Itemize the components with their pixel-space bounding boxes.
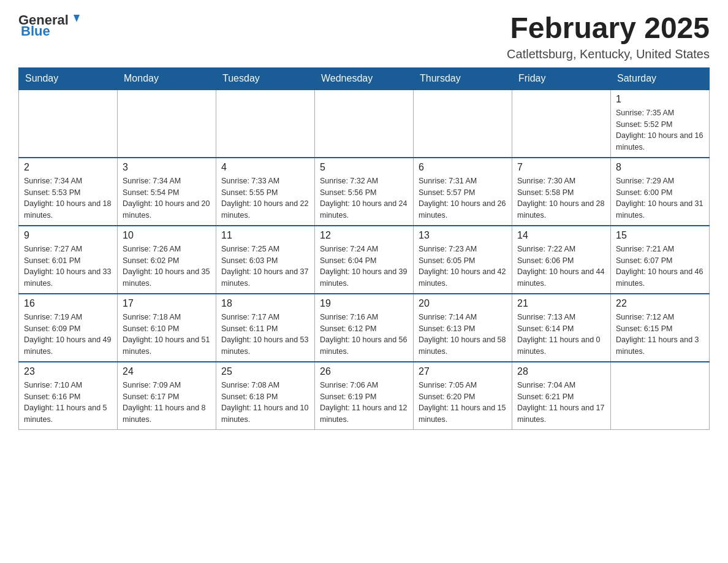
calendar-cell: 6Sunrise: 7:31 AMSunset: 5:57 PMDaylight… [414, 158, 512, 226]
calendar-cell: 26Sunrise: 7:06 AMSunset: 6:19 PMDayligh… [315, 362, 414, 430]
calendar-cell: 3Sunrise: 7:34 AMSunset: 5:54 PMDaylight… [118, 158, 216, 226]
day-number: 11 [221, 230, 309, 241]
day-number: 12 [320, 230, 408, 241]
day-info: Sunrise: 7:23 AMSunset: 6:05 PMDaylight:… [419, 243, 507, 289]
day-number: 27 [419, 366, 507, 377]
calendar-cell: 21Sunrise: 7:13 AMSunset: 6:14 PMDayligh… [512, 294, 611, 362]
day-number: 25 [221, 366, 309, 377]
calendar-cell: 24Sunrise: 7:09 AMSunset: 6:17 PMDayligh… [118, 362, 216, 430]
weekday-header-thursday: Thursday [414, 67, 512, 90]
day-info: Sunrise: 7:17 AMSunset: 6:11 PMDaylight:… [221, 312, 309, 358]
day-number: 15 [616, 230, 704, 241]
day-number: 13 [419, 230, 507, 241]
weekday-header-sunday: Sunday [19, 67, 118, 90]
calendar-cell: 4Sunrise: 7:33 AMSunset: 5:55 PMDaylight… [216, 158, 315, 226]
day-info: Sunrise: 7:27 AMSunset: 6:01 PMDaylight:… [24, 243, 112, 289]
day-number: 1 [616, 94, 704, 105]
calendar-cell: 22Sunrise: 7:12 AMSunset: 6:15 PMDayligh… [611, 294, 710, 362]
svg-marker-0 [74, 15, 80, 22]
day-info: Sunrise: 7:34 AMSunset: 5:53 PMDaylight:… [24, 175, 112, 221]
day-info: Sunrise: 7:14 AMSunset: 6:13 PMDaylight:… [419, 312, 507, 358]
day-number: 17 [123, 298, 211, 309]
calendar-cell: 25Sunrise: 7:08 AMSunset: 6:18 PMDayligh… [216, 362, 315, 430]
day-number: 7 [517, 162, 605, 173]
day-info: Sunrise: 7:35 AMSunset: 5:52 PMDaylight:… [616, 107, 704, 153]
day-number: 23 [24, 366, 112, 377]
day-info: Sunrise: 7:08 AMSunset: 6:18 PMDaylight:… [221, 380, 309, 426]
day-number: 8 [616, 162, 704, 173]
day-number: 2 [24, 162, 112, 173]
day-info: Sunrise: 7:10 AMSunset: 6:16 PMDaylight:… [24, 380, 112, 426]
calendar-cell: 12Sunrise: 7:24 AMSunset: 6:04 PMDayligh… [315, 226, 414, 294]
calendar-cell [611, 362, 710, 430]
month-title: February 2025 [507, 12, 710, 45]
calendar-cell: 27Sunrise: 7:05 AMSunset: 6:20 PMDayligh… [414, 362, 512, 430]
day-number: 20 [419, 298, 507, 309]
day-number: 24 [123, 366, 211, 377]
calendar-cell [19, 90, 118, 158]
day-info: Sunrise: 7:19 AMSunset: 6:09 PMDaylight:… [24, 312, 112, 358]
day-number: 6 [419, 162, 507, 173]
day-info: Sunrise: 7:25 AMSunset: 6:03 PMDaylight:… [221, 243, 309, 289]
day-info: Sunrise: 7:05 AMSunset: 6:20 PMDaylight:… [419, 380, 507, 426]
calendar-cell: 20Sunrise: 7:14 AMSunset: 6:13 PMDayligh… [414, 294, 512, 362]
day-number: 14 [517, 230, 605, 241]
day-info: Sunrise: 7:12 AMSunset: 6:15 PMDaylight:… [616, 312, 704, 358]
calendar-cell [414, 90, 512, 158]
day-info: Sunrise: 7:31 AMSunset: 5:57 PMDaylight:… [419, 175, 507, 221]
logo-text-blue: Blue [21, 23, 50, 39]
day-info: Sunrise: 7:32 AMSunset: 5:56 PMDaylight:… [320, 175, 408, 221]
day-number: 28 [517, 366, 605, 377]
day-number: 5 [320, 162, 408, 173]
calendar-cell: 10Sunrise: 7:26 AMSunset: 6:02 PMDayligh… [118, 226, 216, 294]
day-number: 22 [616, 298, 704, 309]
day-number: 4 [221, 162, 309, 173]
day-number: 9 [24, 230, 112, 241]
calendar-cell: 28Sunrise: 7:04 AMSunset: 6:21 PMDayligh… [512, 362, 611, 430]
calendar-table: SundayMondayTuesdayWednesdayThursdayFrid… [18, 67, 710, 430]
calendar-cell: 7Sunrise: 7:30 AMSunset: 5:58 PMDaylight… [512, 158, 611, 226]
title-block: February 2025 Catlettsburg, Kentucky, Un… [507, 12, 710, 61]
calendar-cell: 9Sunrise: 7:27 AMSunset: 6:01 PMDaylight… [19, 226, 118, 294]
calendar-cell [512, 90, 611, 158]
calendar-cell: 18Sunrise: 7:17 AMSunset: 6:11 PMDayligh… [216, 294, 315, 362]
calendar-week-1: 1Sunrise: 7:35 AMSunset: 5:52 PMDaylight… [19, 90, 710, 158]
calendar-cell [216, 90, 315, 158]
day-number: 26 [320, 366, 408, 377]
day-info: Sunrise: 7:22 AMSunset: 6:06 PMDaylight:… [517, 243, 605, 289]
weekday-header-row: SundayMondayTuesdayWednesdayThursdayFrid… [19, 67, 710, 90]
weekday-header-tuesday: Tuesday [216, 67, 315, 90]
calendar-cell [315, 90, 414, 158]
day-info: Sunrise: 7:29 AMSunset: 6:00 PMDaylight:… [616, 175, 704, 221]
day-info: Sunrise: 7:09 AMSunset: 6:17 PMDaylight:… [123, 380, 211, 426]
day-info: Sunrise: 7:30 AMSunset: 5:58 PMDaylight:… [517, 175, 605, 221]
calendar-cell: 13Sunrise: 7:23 AMSunset: 6:05 PMDayligh… [414, 226, 512, 294]
day-number: 21 [517, 298, 605, 309]
weekday-header-saturday: Saturday [611, 67, 710, 90]
day-info: Sunrise: 7:34 AMSunset: 5:54 PMDaylight:… [123, 175, 211, 221]
page-header: General Blue February 2025 Catlettsburg,… [18, 12, 710, 61]
logo: General Blue [18, 12, 83, 39]
weekday-header-wednesday: Wednesday [315, 67, 414, 90]
calendar-cell: 23Sunrise: 7:10 AMSunset: 6:16 PMDayligh… [19, 362, 118, 430]
day-info: Sunrise: 7:18 AMSunset: 6:10 PMDaylight:… [123, 312, 211, 358]
day-number: 3 [123, 162, 211, 173]
day-info: Sunrise: 7:13 AMSunset: 6:14 PMDaylight:… [517, 312, 605, 358]
calendar-cell [118, 90, 216, 158]
calendar-cell: 2Sunrise: 7:34 AMSunset: 5:53 PMDaylight… [19, 158, 118, 226]
logo-arrow-icon [70, 12, 83, 26]
calendar-week-3: 9Sunrise: 7:27 AMSunset: 6:01 PMDaylight… [19, 226, 710, 294]
calendar-cell: 17Sunrise: 7:18 AMSunset: 6:10 PMDayligh… [118, 294, 216, 362]
day-number: 18 [221, 298, 309, 309]
location-title: Catlettsburg, Kentucky, United States [507, 47, 710, 61]
day-number: 10 [123, 230, 211, 241]
day-info: Sunrise: 7:06 AMSunset: 6:19 PMDaylight:… [320, 380, 408, 426]
calendar-cell: 14Sunrise: 7:22 AMSunset: 6:06 PMDayligh… [512, 226, 611, 294]
weekday-header-friday: Friday [512, 67, 611, 90]
calendar-cell: 19Sunrise: 7:16 AMSunset: 6:12 PMDayligh… [315, 294, 414, 362]
weekday-header-monday: Monday [118, 67, 216, 90]
calendar-cell: 5Sunrise: 7:32 AMSunset: 5:56 PMDaylight… [315, 158, 414, 226]
calendar-week-4: 16Sunrise: 7:19 AMSunset: 6:09 PMDayligh… [19, 294, 710, 362]
day-number: 19 [320, 298, 408, 309]
day-info: Sunrise: 7:26 AMSunset: 6:02 PMDaylight:… [123, 243, 211, 289]
